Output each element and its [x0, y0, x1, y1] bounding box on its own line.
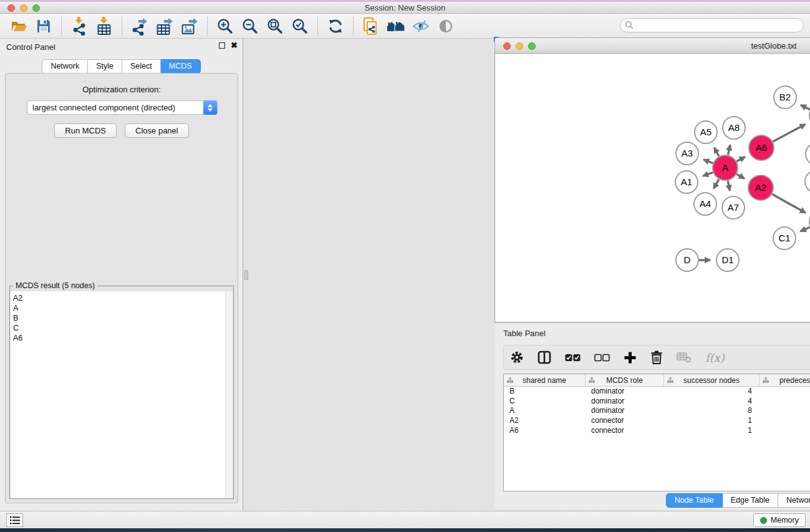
column-header-mcds-role[interactable]: MCDS role — [586, 374, 664, 386]
close-panel-icon[interactable]: ✖ — [231, 42, 238, 49]
column-header-shared-name[interactable]: shared name — [504, 374, 586, 386]
criterion-dropdown[interactable]: largest connected component (directed) — [27, 100, 218, 115]
select-all-icon[interactable] — [565, 354, 581, 362]
traffic-lights — [7, 4, 40, 12]
network-canvas[interactable]: AA1A2A3A4A5A6A7A8BB1B2B3B4CC1C2C3C4DD1 — [494, 54, 810, 322]
graph-node-C2[interactable]: C2 — [805, 170, 810, 193]
table-cell: A2 — [504, 416, 586, 426]
export-image-icon — [181, 17, 198, 36]
column-header-successor-nodes[interactable]: successor nodes — [664, 374, 759, 386]
mcds-result-item[interactable]: A — [13, 303, 226, 313]
open-session-button[interactable] — [6, 16, 31, 37]
mcds-result-item[interactable]: A2 — [13, 293, 226, 303]
graph-edge-A6-B — [773, 124, 806, 142]
export-image-button[interactable] — [177, 16, 202, 37]
node-table[interactable]: shared nameMCDS rolesuccessor nodesprede… — [503, 374, 810, 491]
memory-button[interactable]: Memory — [753, 513, 806, 527]
network-window-titlebar[interactable]: testGlobe.txt — [494, 37, 810, 54]
graph-node-A1[interactable]: A1 — [675, 171, 698, 193]
hide-details-button[interactable] — [408, 16, 433, 37]
deselect-all-icon[interactable] — [594, 354, 610, 362]
gear-icon[interactable] — [510, 351, 524, 364]
zoom-out-button[interactable] — [238, 16, 263, 37]
export-network-button[interactable] — [127, 16, 152, 37]
copy-network-button[interactable] — [359, 16, 383, 37]
svg-text:A8: A8 — [728, 122, 740, 133]
home-button[interactable] — [383, 16, 408, 37]
mcds-result-item[interactable]: B — [13, 313, 226, 323]
svg-text:A: A — [722, 162, 728, 173]
tab-node-table[interactable]: Node Table — [666, 493, 723, 508]
mcds-result-item[interactable]: A6 — [13, 333, 226, 343]
zoom-fit-button[interactable] — [263, 16, 287, 37]
control-panel-title: Control Panel — [6, 42, 55, 52]
column-header-predecessor-nodes[interactable]: predecessor nodes — [759, 374, 810, 386]
svg-text:A6: A6 — [756, 142, 767, 153]
export-table-button[interactable] — [152, 16, 177, 37]
split-panel-icon[interactable] — [538, 351, 551, 364]
apply-layout-button[interactable] — [323, 16, 348, 37]
splitter-grip[interactable] — [244, 270, 248, 280]
import-network-button[interactable] — [67, 16, 92, 37]
save-session-button[interactable] — [31, 16, 56, 37]
graph-node-A5[interactable]: A5 — [695, 121, 717, 143]
zoom-in-button[interactable] — [213, 16, 238, 37]
mcds-result-scrollbar[interactable] — [225, 291, 233, 498]
network-minimize-button[interactable] — [516, 42, 523, 50]
float-panel-icon[interactable] — [219, 42, 225, 49]
table-row[interactable]: A2connector11A2 — [504, 416, 810, 426]
zoom-selected-button[interactable] — [287, 16, 312, 37]
table-panel-title: Table Panel — [503, 329, 546, 338]
network-zoom-button[interactable] — [528, 42, 536, 50]
table-row[interactable]: A6connector11A6 — [504, 426, 810, 436]
table-row[interactable]: Cdominator41C — [504, 397, 810, 407]
svg-text:C1: C1 — [778, 233, 790, 243]
tab-mcds[interactable]: MCDS — [161, 59, 201, 74]
add-column-icon[interactable] — [624, 351, 637, 364]
run-mcds-button[interactable]: Run MCDS — [54, 123, 117, 138]
table-cell: 4 — [664, 397, 759, 407]
graph-node-A6[interactable]: A6 — [749, 135, 774, 160]
tab-select[interactable]: Select — [122, 59, 161, 74]
graph-node-B1[interactable]: B1 — [806, 143, 810, 165]
table-cell: 1 — [664, 426, 759, 436]
graph-node-D1[interactable]: D1 — [716, 249, 739, 271]
tab-network[interactable]: Network — [42, 59, 88, 74]
graph-edge-A-A1 — [703, 172, 713, 176]
graph-node-D[interactable]: D — [676, 249, 698, 271]
tab-network-table[interactable]: Network Table — [778, 493, 810, 508]
graph-node-C1[interactable]: C1 — [773, 227, 796, 249]
graph-node-A8[interactable]: A8 — [723, 117, 745, 139]
search-box[interactable] — [620, 18, 804, 32]
table-cell: A6 — [504, 426, 586, 436]
function-builder-icon: f(x) — [705, 351, 725, 364]
search-input[interactable] — [634, 20, 803, 31]
graph-node-A3[interactable]: A3 — [676, 142, 698, 165]
graph-edge-B-B2 — [801, 105, 810, 109]
table-panel: Table Panel ✖ f(x) shared nameMCDS roles… — [494, 324, 810, 510]
table-cell: B — [504, 387, 586, 397]
import-table-button[interactable] — [92, 16, 117, 37]
tab-style[interactable]: Style — [88, 59, 122, 74]
show-details-button[interactable] — [433, 16, 458, 37]
network-close-button[interactable] — [503, 42, 511, 50]
tab-edge-table[interactable]: Edge Table — [723, 493, 778, 508]
close-window-button[interactable] — [7, 4, 15, 12]
task-history-button[interactable] — [6, 513, 23, 527]
graph-node-A2[interactable]: A2 — [748, 175, 773, 200]
import-network-icon — [71, 17, 87, 36]
zoom-window-button[interactable] — [32, 4, 40, 12]
minimize-window-button[interactable] — [20, 4, 27, 12]
graph-node-A[interactable]: A — [713, 155, 738, 180]
close-panel-button[interactable]: Close panel — [125, 123, 189, 138]
table-row[interactable]: Adominator80A — [504, 406, 810, 416]
delete-column-icon[interactable] — [650, 351, 663, 364]
graph-node-A7[interactable]: A7 — [722, 196, 745, 219]
show-details-icon — [438, 19, 454, 34]
graph-node-B2[interactable]: B2 — [774, 86, 796, 109]
graph-node-A4[interactable]: A4 — [694, 193, 716, 215]
mcds-result-item[interactable]: C — [13, 323, 226, 333]
hide-details-icon — [412, 19, 430, 34]
table-row[interactable]: Bdominator41B — [504, 387, 810, 397]
mcds-result-title: MCDS result (5 nodes) — [13, 281, 97, 290]
